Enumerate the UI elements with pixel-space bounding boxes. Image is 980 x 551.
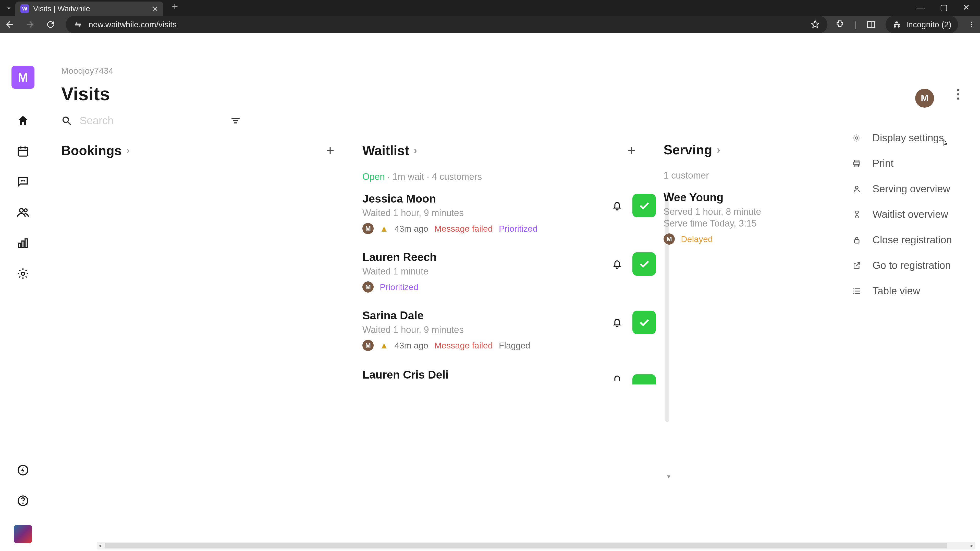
svg-point-25 (957, 97, 959, 100)
browser-tab[interactable]: W Visits | Waitwhile ✕ (15, 2, 163, 16)
maximize-icon[interactable]: ▢ (940, 3, 948, 12)
tab-search-dropdown[interactable] (3, 2, 15, 14)
customer-name: Jessica Moon (363, 192, 602, 205)
menu-go-to-registration[interactable]: Go to registration (852, 260, 952, 271)
svg-point-23 (957, 89, 959, 91)
delayed-tag: Delayed (681, 234, 713, 244)
address-bar[interactable]: new.waitwhile.com/visits (66, 16, 827, 33)
nav-help-icon[interactable] (17, 494, 29, 507)
status-open: Open (363, 171, 385, 182)
search-icon[interactable] (61, 115, 72, 126)
assignee-badge: M (363, 281, 374, 292)
scrollbar-thumb[interactable] (105, 543, 947, 548)
svg-rect-36 (854, 240, 859, 243)
incognito-badge[interactable]: Incognito (2) (886, 16, 958, 33)
assignee-badge: M (363, 223, 374, 234)
site-settings-icon[interactable] (73, 20, 82, 29)
external-link-icon (852, 261, 862, 270)
notify-button[interactable] (609, 198, 625, 213)
user-avatar[interactable]: M (915, 89, 934, 108)
menu-table-view[interactable]: Table view (852, 285, 952, 297)
nav-home-icon[interactable] (17, 114, 29, 127)
svg-point-26 (63, 117, 68, 122)
waitlist-card[interactable]: Lauren Cris Deli (363, 368, 656, 384)
back-button[interactable] (5, 19, 18, 30)
nav-analytics-icon[interactable] (17, 237, 29, 249)
add-waitlist-button[interactable]: + (627, 142, 635, 159)
notify-button[interactable] (609, 256, 625, 272)
bookmark-icon[interactable] (811, 20, 820, 29)
waitlist-card[interactable]: Lauren Reech Waited 1 minute M Prioritiz… (363, 251, 656, 292)
chevron-down-icon (5, 4, 13, 12)
svg-point-22 (22, 503, 24, 504)
profile-thumbnail[interactable] (14, 525, 32, 543)
scroll-down-icon[interactable]: ▾ (667, 473, 670, 480)
nav-messages-icon[interactable] (17, 176, 29, 188)
filter-icon[interactable] (230, 115, 241, 126)
serve-button[interactable] (632, 311, 656, 334)
svg-rect-2 (867, 21, 875, 27)
search-input[interactable] (80, 114, 207, 127)
incognito-label: Incognito (2) (906, 20, 951, 29)
address-row: new.waitwhile.com/visits | Incognito (2) (0, 16, 980, 33)
toolbar-right: | Incognito (2) (835, 16, 975, 33)
forward-button[interactable] (25, 19, 38, 30)
list-icon (852, 286, 862, 295)
flagged-tag: Flagged (499, 341, 530, 351)
notify-button[interactable] (609, 369, 625, 384)
main-area: Moodjoy7434 Visits M Bookings › + (46, 58, 980, 551)
svg-point-31 (856, 137, 858, 139)
menu-display-settings[interactable]: Display settings (852, 132, 952, 144)
svg-point-41 (853, 291, 854, 292)
nav-people-icon[interactable] (17, 206, 29, 219)
notify-button[interactable] (609, 315, 625, 330)
window-controls: ― ▢ ✕ (916, 0, 980, 14)
add-booking-button[interactable]: + (326, 142, 334, 159)
column-waitlist-header[interactable]: Waitlist › + (363, 142, 663, 159)
menu-waitlist-overview[interactable]: Waitlist overview (852, 209, 952, 220)
search-row (61, 114, 980, 127)
incognito-icon (892, 20, 901, 29)
customer-name: Lauren Cris Deli (363, 368, 602, 381)
menu-close-registration[interactable]: Close registration (852, 234, 952, 246)
arrow-right-icon (25, 19, 35, 30)
waitlist-card[interactable]: Jessica Moon Waited 1 hour, 9 minutes M … (363, 192, 656, 234)
scroll-left-icon[interactable]: ◂ (99, 542, 101, 549)
workspace-badge[interactable]: M (11, 66, 35, 89)
nav-calendar-icon[interactable] (17, 145, 29, 158)
reload-button[interactable] (45, 19, 58, 30)
svg-rect-7 (18, 148, 28, 156)
menu-label: Print (873, 158, 894, 169)
serve-button[interactable] (632, 252, 656, 276)
column-waitlist-title: Waitlist (363, 143, 409, 158)
tab-close-icon[interactable]: ✕ (152, 4, 158, 13)
svg-point-11 (21, 180, 22, 181)
serve-button[interactable] (632, 374, 656, 384)
browser-menu-icon[interactable] (968, 21, 975, 28)
warning-icon: ▲ (380, 224, 388, 233)
close-window-icon[interactable]: ✕ (963, 3, 970, 12)
extensions-icon[interactable] (835, 20, 845, 29)
new-tab-button[interactable]: ＋ (170, 0, 180, 13)
url-text: new.waitwhile.com/visits (89, 20, 804, 29)
waitlist-cards: ▴ ▾ Jessica Moon Waited 1 hour, 9 minute… (363, 192, 663, 384)
serve-button[interactable] (632, 194, 656, 218)
minimize-icon[interactable]: ― (916, 3, 924, 12)
menu-serving-overview[interactable]: Serving overview (852, 183, 952, 195)
breadcrumb[interactable]: Moodjoy7434 (61, 66, 980, 76)
horizontal-scrollbar[interactable]: ◂ ▸ (97, 542, 975, 549)
print-icon (852, 159, 862, 168)
svg-point-14 (19, 208, 23, 212)
sidepanel-icon[interactable] (866, 20, 876, 29)
waitlist-card[interactable]: Sarina Dale Waited 1 hour, 9 minutes M ▲… (363, 309, 656, 351)
menu-print[interactable]: Print (852, 158, 952, 169)
favicon: W (21, 4, 29, 13)
scroll-right-icon[interactable]: ▸ (970, 542, 974, 549)
page-menu-button[interactable] (956, 89, 959, 100)
column-bookings-header[interactable]: Bookings › + (61, 142, 363, 159)
column-bookings: Bookings › + (61, 142, 363, 384)
message-failed-tag: Message failed (434, 341, 493, 351)
reload-icon (45, 19, 56, 30)
nav-power-icon[interactable] (17, 464, 29, 476)
nav-settings-icon[interactable] (17, 267, 29, 280)
